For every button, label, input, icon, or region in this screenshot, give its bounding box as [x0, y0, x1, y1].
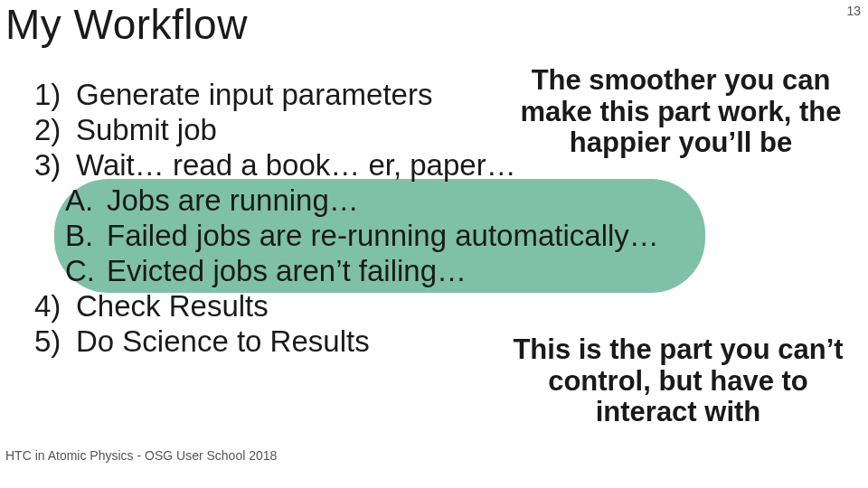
list-text: Submit job	[76, 113, 217, 148]
list-text: Do Science to Results	[76, 324, 370, 360]
list-subitem: A. Jobs are running…	[65, 183, 850, 219]
list-letter: B.	[65, 219, 107, 254]
callout-bottom: This is the part you can’t control, but …	[506, 334, 850, 428]
list-text: Jobs are running…	[107, 183, 359, 219]
list-number: 1)	[34, 78, 76, 113]
list-number: 3)	[34, 148, 76, 183]
slide: My Workflow 13 The smoother you can make…	[0, 0, 868, 488]
list-subitem: C. Evicted jobs aren’t failing…	[65, 254, 850, 289]
list-number: 2)	[34, 113, 76, 148]
list-letter: C.	[65, 254, 107, 289]
list-subitem: B. Failed jobs are re-running automatica…	[65, 219, 850, 254]
list-text: Evicted jobs aren’t failing…	[107, 254, 467, 289]
list-letter: A.	[65, 183, 107, 219]
callout-top: The smoother you can make this part work…	[514, 65, 848, 159]
slide-footer: HTC in Atomic Physics - OSG User School …	[5, 448, 277, 463]
list-text: Check Results	[76, 289, 269, 324]
list-text: Failed jobs are re-running automatically…	[107, 219, 659, 254]
list-item: 4) Check Results	[34, 289, 850, 324]
list-text: Generate input parameters	[76, 78, 432, 113]
list-number: 5)	[34, 324, 76, 360]
slide-title: My Workflow	[5, 0, 248, 49]
list-number: 4)	[34, 289, 76, 324]
list-text: Wait… read a book… er, paper…	[76, 148, 516, 183]
page-number: 13	[846, 4, 861, 18]
